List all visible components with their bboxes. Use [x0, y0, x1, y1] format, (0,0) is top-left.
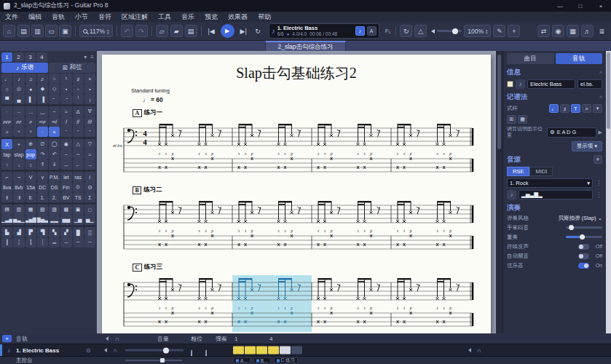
undo-button[interactable]: ↶: [121, 25, 133, 37]
view-mode-1-button[interactable]: ▥: [31, 25, 44, 37]
score-view[interactable]: Slap击勾基础练习2 Standard tuning ♩ = 60 A练习一e…: [97, 51, 502, 333]
staff-system-c[interactable]: sXsXpXsXsXpXsXsXpXsXsXpXsXsXpXsXsXpXsXsX…: [121, 272, 479, 333]
palette-cell-12-6[interactable]: ▣: [73, 205, 84, 215]
palette-cell-6-3[interactable]: ∅: [37, 139, 48, 149]
volume-stepper[interactable]: ▴▾: [486, 28, 488, 34]
palette-cell-2-5[interactable]: ╶: [60, 94, 71, 104]
menu-item-1[interactable]: 编辑: [23, 12, 47, 22]
toolbar-right-icon-2[interactable]: ▦: [567, 25, 579, 37]
palette-cell-5-2[interactable]: ∘: [25, 127, 36, 137]
menu-item-10[interactable]: 帮助: [253, 12, 276, 22]
add-sound-button[interactable]: +: [594, 155, 602, 164]
palette-cell-7-4[interactable]: ↶: [49, 149, 60, 159]
palette-cell-5-0[interactable]: >: [1, 127, 12, 137]
palette-cell-10-6[interactable]: ⊙: [73, 182, 84, 192]
rse-button[interactable]: RSE: [507, 167, 529, 176]
palette-cell-3-4[interactable]: ~: [49, 106, 60, 116]
palette-cell-7-5[interactable]: ~: [60, 149, 71, 159]
open-doc-button[interactable]: ▰: [170, 25, 183, 37]
soundbank-menu-icon[interactable]: ⋮: [595, 180, 602, 186]
palette-cell-5-6[interactable]: ˇ: [73, 127, 84, 137]
vibrato-toggle[interactable]: [578, 253, 589, 259]
palette-cell-9-3[interactable]: v: [37, 172, 48, 182]
palette-cell-11-3[interactable]: 1.: [37, 192, 48, 202]
volume-value-box[interactable]: 100% ▴▾: [464, 25, 491, 37]
section-marker-2[interactable]: C 练习: [274, 357, 299, 364]
palette-cell-0-5[interactable]: ♮: [60, 74, 71, 84]
palette-cell-14-7[interactable]: ▒: [84, 227, 95, 237]
palette-cell-0-1[interactable]: ♪: [13, 74, 24, 84]
tuning-box[interactable]: ⚙E A D G: [547, 127, 596, 138]
window-scrollbar[interactable]: [606, 51, 611, 333]
menu-item-4[interactable]: 音符: [93, 12, 117, 22]
play-button[interactable]: ▶: [221, 24, 234, 38]
effect-menu-icon[interactable]: ⋮: [595, 191, 602, 198]
palette-cell-12-3[interactable]: ▧: [37, 205, 48, 215]
palette-cell-4-3[interactable]: mp: [37, 116, 48, 127]
palm-mute-slider[interactable]: [566, 226, 602, 229]
track-mute-button[interactable]: [102, 348, 107, 352]
palette-cell-6-4[interactable]: ◯: [49, 139, 60, 149]
document-tab[interactable]: 2_slap击勾综合练习: [265, 41, 345, 51]
notation-style-button-1[interactable]: ♯: [560, 104, 569, 113]
menu-item-9[interactable]: 效果器: [223, 12, 253, 22]
duet-slider[interactable]: [566, 236, 602, 238]
track-volume-slider[interactable]: [125, 349, 184, 352]
add-button[interactable]: +: [508, 25, 520, 37]
palette-cell-11-7[interactable]: Σ: [84, 192, 95, 202]
palette-cell-1-1[interactable]: ◎: [13, 84, 24, 94]
track-color-swatch[interactable]: [507, 81, 513, 87]
sequencer-cell-1[interactable]: [245, 347, 256, 355]
palette-cell-6-7[interactable]: ▽: [84, 139, 95, 149]
palette-cell-8-6[interactable]: ←: [73, 159, 84, 170]
palette-cell-3-7[interactable]: ∇: [84, 106, 95, 116]
expand-arrow-icon[interactable]: ▶: [599, 130, 602, 135]
tab-song[interactable]: 曲目: [507, 53, 554, 64]
notation-style-button-4[interactable]: ▾: [593, 104, 602, 113]
window-scrollbar-thumb[interactable]: [607, 52, 610, 129]
palette-cell-9-7[interactable]: i: [84, 172, 95, 182]
toolbar-right-icon-3[interactable]: ♬: [581, 25, 594, 37]
palette-cell-12-0[interactable]: ▤: [1, 205, 12, 215]
view-mode-2-button[interactable]: ▭: [45, 25, 58, 37]
palette-cell-2-1[interactable]: ▄: [13, 94, 24, 104]
palette-cell-10-0[interactable]: 8va: [1, 182, 12, 192]
palette-cell-5-5[interactable]: ˉ: [60, 127, 71, 137]
palette-cell-0-2[interactable]: ♫: [25, 74, 36, 84]
palette-cell-9-6[interactable]: ras: [73, 172, 84, 182]
note-input-button[interactable]: ♪: [355, 26, 365, 36]
menu-item-2[interactable]: 音轨: [47, 12, 70, 22]
palette-cell-9-4[interactable]: P.M.: [49, 172, 60, 182]
palette-cell-1-5[interactable]: ▪: [60, 84, 71, 94]
palette-cell-5-4[interactable]: ×: [49, 127, 60, 137]
palette-cell-4-0[interactable]: ppp: [1, 116, 12, 127]
metronome-button[interactable]: △: [414, 25, 427, 37]
palette-cell-14-0[interactable]: ▙: [1, 227, 12, 237]
score-palette-button[interactable]: ♪乐谱: [1, 63, 48, 73]
sequencer-cell-0[interactable]: [233, 347, 244, 355]
palette-cell-13-5[interactable]: ▅▅: [60, 215, 71, 225]
palette-cell-13-3[interactable]: ▇▅▃: [37, 215, 48, 225]
palette-cell-10-2[interactable]: 15a: [25, 182, 36, 192]
maximize-button[interactable]: □: [570, 0, 591, 12]
palette-cell-13-6[interactable]: ▁▅: [73, 215, 84, 225]
palette-cell-15-1[interactable]: ┆: [13, 237, 24, 248]
palette-cell-12-2[interactable]: ▦: [25, 205, 36, 215]
palette-cell-11-6[interactable]: TS: [73, 192, 84, 202]
notation-extra-button-0[interactable]: ⊞: [507, 115, 516, 124]
go-end-button[interactable]: ▶|: [237, 25, 250, 37]
score-page[interactable]: Slap击勾基础练习2 Standard tuning ♩ = 60 A练习一e…: [102, 55, 491, 333]
home-button[interactable]: ⌂: [3, 25, 15, 37]
palette-cell-5-3[interactable]: ·: [37, 127, 48, 137]
palette-cell-4-1[interactable]: pp: [13, 116, 24, 127]
mixer-track-row[interactable]: ♪ 1. Electric Bass ⊙ ∩ ∩: [0, 344, 611, 356]
palette-cell-4-6[interactable]: ff: [73, 116, 84, 127]
palette-cell-15-6[interactable]: ┄: [73, 237, 84, 248]
palette-tab-2[interactable]: 2: [13, 52, 24, 62]
palette-cell-3-6[interactable]: Δ: [73, 106, 84, 116]
row-headphone-icon[interactable]: ∩: [477, 347, 481, 354]
score-scrollbar[interactable]: [496, 51, 502, 333]
midi-button[interactable]: MIDI: [529, 167, 553, 176]
notation-extra-button-1[interactable]: ▦: [518, 115, 527, 124]
sequencer-cell-3[interactable]: [268, 347, 279, 355]
